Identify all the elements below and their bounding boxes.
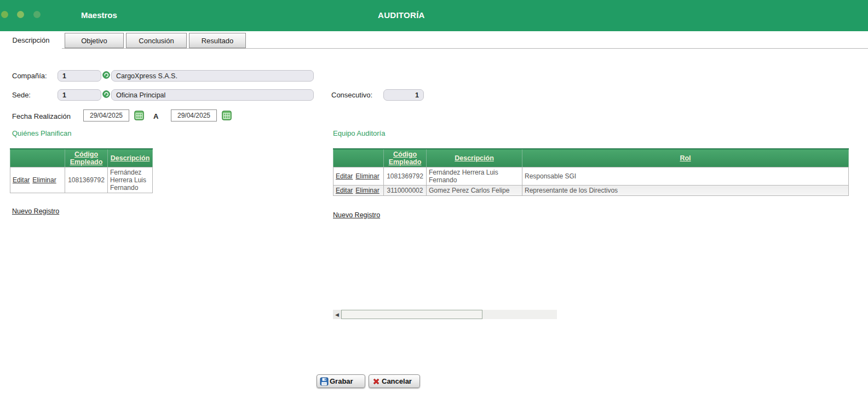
team-descripcion-header[interactable]: Descripción xyxy=(427,149,522,167)
auditoria-window: Maestros AUDITORÍA Descripción Objetivo … xyxy=(0,0,868,399)
team-row-codigo: 1081369792 xyxy=(384,167,427,186)
cancel-x-icon xyxy=(372,377,381,386)
team-codigo-header[interactable]: Código Empleado xyxy=(384,149,427,167)
cancel-button-label: Cancelar xyxy=(382,377,412,385)
planners-row-descripcion: Fernández Herrera Luis Fernando xyxy=(108,167,153,193)
fecha-desde-input[interactable] xyxy=(83,109,129,122)
team-row-rol: Representante de los Directivos xyxy=(522,186,849,196)
team-new-record-link[interactable]: Nuevo Registro xyxy=(333,211,380,219)
consecutivo-label: Consecutivo: xyxy=(331,91,372,99)
tab-resultado[interactable]: Resultado xyxy=(189,33,246,48)
app-title: Maestros xyxy=(81,10,117,20)
fecha-label: Fecha Realización xyxy=(12,112,71,120)
horizontal-scrollbar[interactable]: ◀ xyxy=(333,310,557,319)
planners-section-title: Quiénes Planifican xyxy=(12,129,71,137)
consecutivo-field[interactable] xyxy=(383,89,424,101)
compania-name-field[interactable] xyxy=(111,70,314,82)
planners-row-codigo: 1081369792 xyxy=(65,167,108,193)
team-header-row: Código Empleado Descripción Rol xyxy=(334,149,849,167)
team-row-rol: Responsable SGI xyxy=(522,167,849,186)
table-row: EditarEliminar 1081369792 Fernández Herr… xyxy=(10,167,153,193)
sede-label: Sede: xyxy=(12,91,31,99)
planners-table: Código Empleado Descripción EditarElimin… xyxy=(10,148,153,193)
scroll-left-arrow-icon[interactable]: ◀ xyxy=(333,310,341,319)
eliminar-link[interactable]: Eliminar xyxy=(355,187,379,194)
sede-lookup-icon[interactable] xyxy=(102,90,110,98)
team-actions-header xyxy=(334,149,384,167)
compania-label: Compañía: xyxy=(12,72,47,80)
team-section-title: Equipo Auditoría xyxy=(333,129,385,137)
sede-name-field[interactable] xyxy=(111,89,314,101)
team-row-actions: EditarEliminar xyxy=(334,186,384,196)
team-row-codigo: 3110000002 xyxy=(384,186,427,196)
fecha-separator-label: A xyxy=(153,112,158,120)
editar-link[interactable]: Editar xyxy=(336,187,353,194)
planners-codigo-header[interactable]: Código Empleado xyxy=(65,149,108,167)
planners-descripcion-header[interactable]: Descripción xyxy=(108,149,153,167)
tab-conclusion[interactable]: Conclusión xyxy=(126,33,187,48)
sede-code-field[interactable] xyxy=(58,89,101,101)
window-dot-icon[interactable] xyxy=(1,11,8,18)
editar-link[interactable]: Editar xyxy=(13,176,30,184)
save-floppy-icon xyxy=(320,377,329,386)
table-row: EditarEliminar 3110000002 Gomez Perez Ca… xyxy=(334,186,849,196)
compania-lookup-icon[interactable] xyxy=(102,71,110,79)
team-row-descripcion: Fernández Herrera Luis Fernando xyxy=(427,167,522,186)
editar-link[interactable]: Editar xyxy=(336,172,353,180)
fecha-desde-calendar-icon[interactable] xyxy=(134,111,144,120)
title-bar: Maestros AUDITORÍA xyxy=(0,0,868,32)
cancel-button[interactable]: Cancelar xyxy=(369,374,420,388)
team-row-actions: EditarEliminar xyxy=(334,167,384,186)
window-dot-icon[interactable] xyxy=(33,11,41,18)
scrollbar-thumb[interactable] xyxy=(341,310,482,319)
planners-new-record-link[interactable]: Nuevo Registro xyxy=(12,207,59,215)
window-dot-icon[interactable] xyxy=(17,11,24,18)
team-table: Código Empleado Descripción Rol EditarEl… xyxy=(333,148,849,196)
fecha-hasta-input[interactable] xyxy=(171,109,217,122)
fecha-hasta-calendar-icon[interactable] xyxy=(222,111,232,120)
save-button-label: Grabar xyxy=(330,377,353,385)
planners-row-actions: EditarEliminar xyxy=(10,167,65,193)
planners-header-row: Código Empleado Descripción xyxy=(10,149,153,167)
team-row-descripcion: Gomez Perez Carlos Felipe xyxy=(427,186,522,196)
table-row: EditarEliminar 1081369792 Fernández Herr… xyxy=(334,167,849,186)
page-title: AUDITORÍA xyxy=(378,10,425,20)
eliminar-link[interactable]: Eliminar xyxy=(32,176,56,184)
compania-code-field[interactable] xyxy=(58,70,101,82)
tab-objetivo[interactable]: Objetivo xyxy=(65,33,124,48)
planners-actions-header xyxy=(10,149,65,167)
team-rol-header[interactable]: Rol xyxy=(522,149,849,167)
tab-descripcion[interactable]: Descripción xyxy=(0,31,62,49)
tab-strip: Descripción Objetivo Conclusión Resultad… xyxy=(0,31,868,49)
save-button[interactable]: Grabar xyxy=(317,374,365,388)
eliminar-link[interactable]: Eliminar xyxy=(355,172,379,180)
